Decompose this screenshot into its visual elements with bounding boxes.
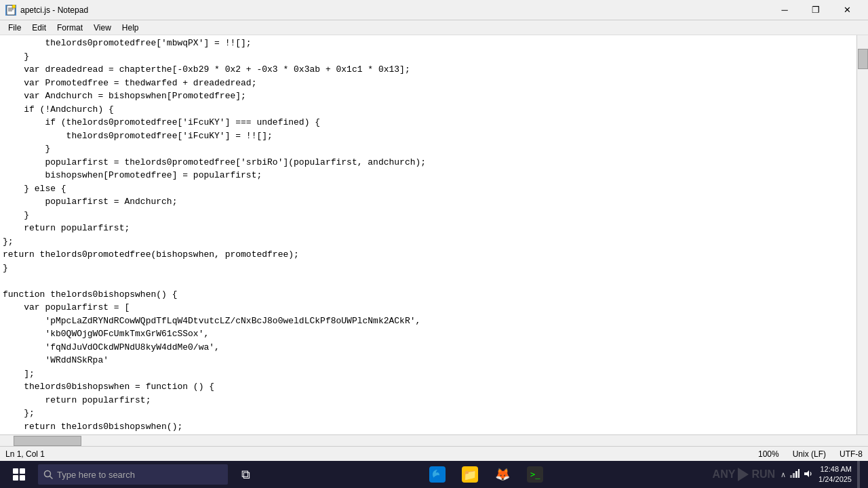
editor-scroll-wrapper: thelords0promotedfree['mbwqPX'] = !![]; …	[0, 35, 868, 446]
encoding: UTF-8	[840, 449, 863, 459]
terminal-app[interactable]: >_	[520, 461, 550, 488]
task-view-button[interactable]: ⧉	[231, 461, 260, 488]
status-right: 100% Unix (LF) UTF-8	[758, 449, 863, 459]
svg-rect-9	[795, 471, 797, 478]
firefox-app[interactable]: 🦊	[488, 461, 517, 488]
vertical-scrollbar[interactable]	[856, 35, 868, 434]
taskbar: Type here to search ⧉ 📁 🦊 >_ ANY	[0, 461, 868, 488]
close-button[interactable]: ✕	[831, 0, 863, 20]
taskbar-right: ANY RUN ∧ 12:48 AM	[713, 461, 865, 488]
firefox-icon: 🦊	[494, 466, 511, 483]
network-icon	[790, 469, 800, 480]
anyrun-watermark: ANY RUN	[713, 468, 775, 481]
play-icon	[738, 468, 749, 481]
search-placeholder: Type here to search	[57, 470, 135, 480]
task-view-icon: ⧉	[237, 466, 254, 483]
menu-file[interactable]: File	[3, 22, 26, 34]
clock-time: 12:48 AM	[818, 464, 852, 474]
terminal-icon: >_	[527, 466, 543, 483]
notepad-icon	[5, 5, 16, 16]
edge-icon	[429, 466, 446, 483]
any-text: ANY	[713, 468, 736, 481]
title-bar: apetci.js - Notepad ─ ❐ ✕	[0, 0, 868, 20]
horizontal-scrollbar[interactable]	[0, 434, 868, 446]
cursor-position: Ln 1, Col 1	[5, 449, 45, 459]
taskbar-left: Type here to search ⧉	[3, 461, 260, 488]
svg-rect-10	[798, 469, 800, 478]
start-button[interactable]	[3, 461, 35, 488]
scrollbar-thumb-h[interactable]	[14, 436, 81, 446]
explorer-app[interactable]: 📁	[455, 461, 485, 488]
svg-rect-7	[790, 475, 792, 478]
run-text: RUN	[751, 468, 775, 481]
minimize-button[interactable]: ─	[769, 0, 800, 20]
menu-help[interactable]: Help	[117, 22, 144, 34]
menu-format[interactable]: Format	[52, 22, 88, 34]
zoom-level: 100%	[758, 449, 779, 459]
system-tray: ∧	[781, 469, 813, 480]
tray-icons[interactable]: ∧	[781, 470, 786, 479]
menu-view[interactable]: View	[88, 22, 117, 34]
volume-icon	[804, 469, 813, 480]
editor-content[interactable]: thelords0promotedfree['mbwqPX'] = !![]; …	[0, 35, 856, 434]
window-title: apetci.js - Notepad	[20, 5, 88, 15]
menu-bar: File Edit Format View Help	[0, 20, 868, 35]
clock-date: 1/24/2025	[818, 474, 852, 485]
scrollbar-thumb-v[interactable]	[858, 49, 868, 69]
clock[interactable]: 12:48 AM 1/24/2025	[818, 464, 852, 485]
svg-rect-8	[793, 473, 795, 478]
edge-app[interactable]	[422, 461, 452, 488]
search-bar[interactable]: Type here to search	[38, 464, 228, 485]
taskbar-pinned-apps: 📁 🦊 >_	[422, 461, 550, 488]
editor-inner: thelords0promotedfree['mbwqPX'] = !![]; …	[0, 35, 868, 434]
show-desktop-button[interactable]	[857, 461, 860, 488]
svg-line-6	[50, 476, 53, 479]
start-icon	[13, 468, 25, 481]
maximize-button[interactable]: ❐	[800, 0, 831, 20]
explorer-icon: 📁	[462, 466, 478, 483]
search-icon	[43, 470, 53, 479]
title-bar-controls: ─ ❐ ✕	[769, 0, 863, 20]
svg-rect-4	[12, 5, 16, 8]
line-ending: Unix (LF)	[793, 449, 826, 459]
title-bar-left: apetci.js - Notepad	[5, 5, 88, 16]
status-bar: Ln 1, Col 1 100% Unix (LF) UTF-8	[0, 446, 868, 461]
svg-marker-11	[804, 470, 809, 477]
menu-edit[interactable]: Edit	[26, 22, 52, 34]
